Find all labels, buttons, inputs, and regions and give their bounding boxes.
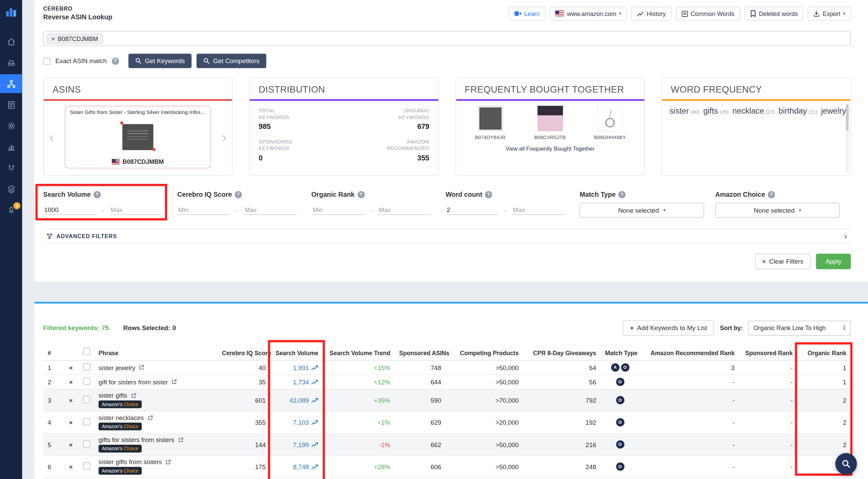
word[interactable]: sister xyxy=(670,106,689,115)
row-checkbox[interactable] xyxy=(83,440,90,447)
layers-icon[interactable] xyxy=(0,179,22,198)
word[interactable]: gifts xyxy=(703,106,718,115)
max-input[interactable] xyxy=(110,206,163,215)
select-all-checkbox[interactable] xyxy=(83,348,90,355)
trend-chart-icon[interactable] xyxy=(311,364,318,370)
trend-chart-icon[interactable] xyxy=(311,379,318,385)
document-icon[interactable] xyxy=(0,95,22,114)
binoculars-icon[interactable] xyxy=(0,53,22,72)
external-link-icon[interactable] xyxy=(131,392,137,399)
remove-tag-icon[interactable]: × xyxy=(52,35,55,42)
home-icon[interactable] xyxy=(0,32,22,51)
sort-select[interactable]: Organic Rank Low To High ▲▼ xyxy=(748,320,851,335)
column-header-search-volume[interactable]: Search Volume xyxy=(270,345,323,361)
column-header-cpr-8-day-giveaways[interactable]: CPR 8-Day Giveaways xyxy=(523,345,601,361)
external-link-icon[interactable] xyxy=(178,437,184,443)
history-button[interactable]: History xyxy=(631,7,671,21)
row-checkbox[interactable] xyxy=(83,462,90,470)
max-input[interactable] xyxy=(378,206,431,215)
exact-asin-checkbox[interactable] xyxy=(43,57,50,64)
export-button[interactable]: Export ▾ xyxy=(808,7,851,21)
trend-chart-icon[interactable] xyxy=(311,441,318,447)
help-icon[interactable]: ? xyxy=(357,191,364,198)
gear-icon[interactable] xyxy=(0,116,22,135)
min-input[interactable] xyxy=(446,206,499,215)
remove-keyword-button[interactable]: × xyxy=(63,389,79,411)
remove-keyword-button[interactable]: × xyxy=(63,456,79,478)
remove-keyword-button[interactable]: × xyxy=(63,411,79,433)
word[interactable]: jewelry xyxy=(821,106,846,115)
max-input[interactable] xyxy=(244,206,297,215)
row-checkbox[interactable] xyxy=(83,396,90,403)
external-link-icon[interactable] xyxy=(171,379,177,385)
column-header-sponsored-rank[interactable]: Sponsored Rank xyxy=(739,345,797,361)
deleted-words-button[interactable]: Deleted words xyxy=(745,7,804,21)
search-volume-value[interactable]: 1,734 xyxy=(293,379,309,385)
asin-input[interactable]: × B087CDJMBM xyxy=(43,31,851,46)
column-header-amazon-recommended-rank[interactable]: Amazon Recommended Rank xyxy=(639,345,739,361)
help-icon[interactable]: ? xyxy=(235,191,242,198)
column-header-phrase[interactable]: Phrase xyxy=(94,345,218,361)
fbt-item[interactable]: B074DYB4JR xyxy=(465,106,516,140)
help-icon[interactable]: ? xyxy=(485,191,492,198)
trend-chart-icon[interactable] xyxy=(311,397,318,403)
chart-icon[interactable] xyxy=(0,137,22,156)
column-header-sponsored-asins[interactable]: Sponsored ASINs xyxy=(395,345,446,361)
carousel-next-icon[interactable]: › xyxy=(222,130,226,144)
apply-button[interactable]: Apply xyxy=(816,254,851,269)
external-link-icon[interactable] xyxy=(165,459,171,465)
help-icon[interactable]: ? xyxy=(94,191,101,198)
row-checkbox[interactable] xyxy=(83,363,90,370)
remove-keyword-button[interactable]: × xyxy=(63,375,79,389)
advanced-filters-bar[interactable]: ADVANCED FILTERS › xyxy=(43,229,851,244)
rocket-icon[interactable]: 3 xyxy=(0,200,22,219)
row-checkbox[interactable] xyxy=(83,418,90,425)
min-input[interactable] xyxy=(311,206,364,215)
column-header-cerebro-iq-score[interactable]: Cerebro IQ Score xyxy=(218,345,270,361)
min-input[interactable] xyxy=(177,206,231,215)
external-link-icon[interactable] xyxy=(139,364,145,370)
column-header-match-type[interactable]: Match Type xyxy=(600,345,639,361)
view-all-fbt-link[interactable]: View all Frequently Bought Together xyxy=(461,146,639,152)
magnet-icon[interactable] xyxy=(0,158,22,177)
word[interactable]: necklace xyxy=(732,106,764,115)
panel-scrollbar[interactable] xyxy=(846,103,849,173)
word[interactable]: birthday xyxy=(778,106,807,115)
external-link-icon[interactable] xyxy=(147,415,153,421)
help-icon[interactable]: ? xyxy=(768,191,775,198)
search-volume-value[interactable]: 8,748 xyxy=(293,463,309,470)
search-volume-value[interactable]: 1,991 xyxy=(293,364,309,371)
get-competitors-button[interactable]: Get Competitors xyxy=(196,54,266,68)
max-input[interactable] xyxy=(512,206,565,215)
column-header-organic-rank[interactable]: Organic Rank xyxy=(797,345,851,361)
help-icon[interactable]: ? xyxy=(112,57,119,64)
filter-select[interactable]: None selected▾ xyxy=(715,203,840,218)
common-words-button[interactable]: Common Words xyxy=(676,7,740,21)
fbt-item[interactable]: B08CVRSJTB xyxy=(525,106,575,140)
remove-keyword-button[interactable]: × xyxy=(63,434,79,456)
fbt-item[interactable]: B08DHHX86Y xyxy=(585,106,635,140)
helium10-logo[interactable] xyxy=(5,5,17,19)
learn-button[interactable]: Learn xyxy=(509,7,545,21)
search-volume-value[interactable]: 42,089 xyxy=(290,397,309,404)
trend-chart-icon[interactable] xyxy=(311,419,318,425)
trend-chart-icon[interactable] xyxy=(311,463,318,470)
min-input[interactable] xyxy=(43,206,96,215)
row-checkbox[interactable] xyxy=(83,378,90,385)
column-header--[interactable]: # xyxy=(43,345,63,361)
add-keywords-button[interactable]: + Add Keywords to My List xyxy=(623,320,714,336)
asin-product-card[interactable]: Sister Gifts from Sister - Sterling Silv… xyxy=(65,106,211,168)
help-fab-button[interactable] xyxy=(835,453,857,475)
cerebro-icon[interactable] xyxy=(0,74,22,93)
marketplace-select[interactable]: www.amazon.com ▾ xyxy=(550,7,627,21)
column-header-competing-products[interactable]: Competing Products xyxy=(446,345,523,361)
search-volume-value[interactable]: 7,199 xyxy=(293,441,309,448)
column-header-search-volume-trend[interactable]: Search Volume Trend xyxy=(323,345,395,361)
search-volume-value[interactable]: 7,103 xyxy=(293,419,309,426)
filter-select[interactable]: None selected▾ xyxy=(579,203,704,218)
get-keywords-button[interactable]: Get Keywords xyxy=(128,54,192,68)
carousel-prev-icon[interactable]: ‹ xyxy=(49,130,54,144)
help-icon[interactable]: ? xyxy=(618,191,626,198)
clear-filters-button[interactable]: × Clear Filters xyxy=(755,254,810,269)
remove-keyword-button[interactable]: × xyxy=(63,360,79,375)
